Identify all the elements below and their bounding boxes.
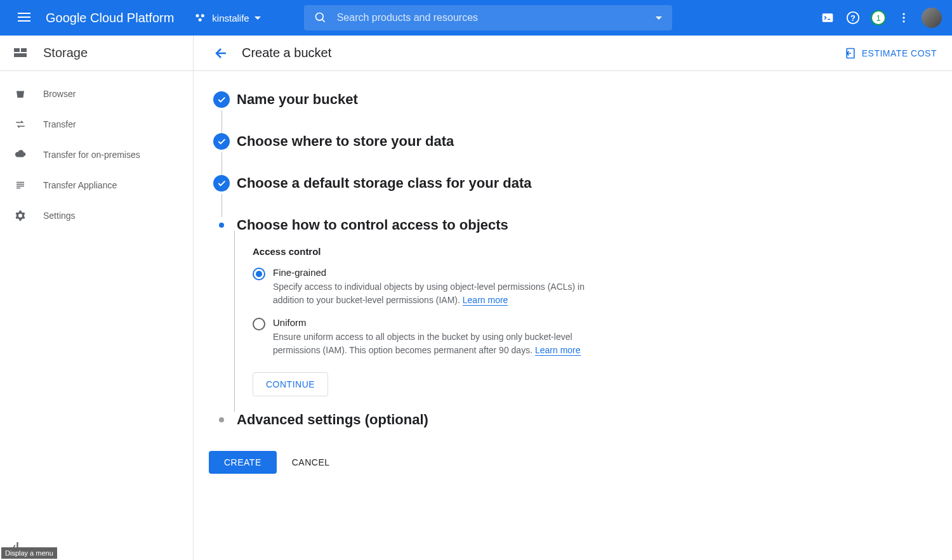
sidebar-item-settings[interactable]: Settings <box>0 200 193 231</box>
notifications-button[interactable]: 1 <box>871 10 886 25</box>
search-dropdown-icon[interactable] <box>656 16 662 20</box>
radio-uniform[interactable]: Uniform Ensure uniform access to all obj… <box>253 317 937 357</box>
sidebar-item-label: Transfer for on-premises <box>43 150 140 160</box>
section-label: Access control <box>253 246 937 257</box>
estimate-cost-button[interactable]: ESTIMATE COST <box>844 47 937 60</box>
search-input[interactable] <box>337 12 648 23</box>
back-button[interactable] <box>209 41 234 66</box>
sidebar-item-label: Transfer <box>43 119 76 129</box>
radio-label: Fine-grained <box>273 267 603 278</box>
cloud-shell-button[interactable] <box>820 10 835 25</box>
bucket-icon <box>13 86 28 101</box>
svg-point-1 <box>201 14 204 17</box>
top-header: Google Cloud Platform kinstalife ? 1 <box>0 0 952 36</box>
radio-fine-grained[interactable]: Fine-grained Specify access to individua… <box>253 267 937 307</box>
continue-button[interactable]: CONTINUE <box>253 372 328 396</box>
more-menu-button[interactable] <box>896 10 911 25</box>
step-inactive-dot-icon <box>219 417 224 422</box>
estimate-cost-label: ESTIMATE COST <box>862 48 937 58</box>
page-title: Create a bucket <box>242 46 331 60</box>
project-selector[interactable]: kinstalife <box>189 11 265 24</box>
sidebar-item-transfer[interactable]: Transfer <box>0 109 193 140</box>
step-location[interactable]: Choose where to store your data <box>209 133 937 175</box>
chevron-down-icon <box>255 16 261 20</box>
sidebar-item-label: Settings <box>43 211 76 221</box>
project-icon <box>194 11 207 24</box>
storage-icon <box>13 46 28 61</box>
svg-point-9 <box>902 16 904 18</box>
step-title: Advanced settings (optional) <box>237 412 428 428</box>
project-name: kinstalife <box>212 13 249 23</box>
check-circle-icon <box>213 133 230 150</box>
check-circle-icon <box>213 175 230 192</box>
check-circle-icon <box>213 91 230 108</box>
learn-more-link[interactable]: Learn more <box>463 295 508 306</box>
step-title: Choose a default storage class for your … <box>237 175 532 192</box>
radio-label: Uniform <box>273 317 603 328</box>
content: Name your bucket Choose where to store y… <box>194 71 952 494</box>
tooltip: Display a menu <box>1 547 57 559</box>
step-active-dot-icon <box>219 223 224 228</box>
sidebar-item-transfer-onprem[interactable]: Transfer for on-premises <box>0 140 193 170</box>
radio-description: Specify access to individual objects by … <box>273 280 603 307</box>
sidebar-item-transfer-appliance[interactable]: Transfer Appliance <box>0 170 193 200</box>
cloud-upload-icon <box>13 147 28 162</box>
svg-point-2 <box>199 18 202 22</box>
radio-description: Ensure uniform access to all objects in … <box>273 330 603 357</box>
step-title: Choose where to store your data <box>237 133 454 150</box>
svg-rect-12 <box>21 48 27 52</box>
create-button[interactable]: CREATE <box>209 451 277 474</box>
main-header: Create a bucket ESTIMATE COST <box>194 36 952 71</box>
svg-text:?: ? <box>850 13 856 23</box>
transfer-icon <box>13 117 28 132</box>
step-name-bucket[interactable]: Name your bucket <box>209 91 937 133</box>
svg-rect-13 <box>14 53 27 57</box>
action-row: CREATE CANCEL <box>209 451 937 474</box>
dots-vertical-icon <box>897 11 910 24</box>
learn-more-link[interactable]: Learn more <box>535 345 581 356</box>
platform-logo[interactable]: Google Cloud Platform <box>46 11 174 25</box>
sidebar-item-browser[interactable]: Browser <box>0 79 193 109</box>
step-title: Name your bucket <box>237 91 358 108</box>
step-access-control[interactable]: Choose how to control access to objects <box>209 217 937 233</box>
search-box[interactable] <box>304 5 672 30</box>
step-access-control-body: Access control Fine-grained Specify acce… <box>234 231 937 412</box>
terminal-icon <box>821 11 834 24</box>
cancel-button[interactable]: CANCEL <box>292 457 330 467</box>
gear-icon <box>13 208 28 223</box>
step-storage-class[interactable]: Choose a default storage class for your … <box>209 175 937 217</box>
svg-point-8 <box>902 13 904 15</box>
search-icon <box>314 11 327 24</box>
steps: Name your bucket Choose where to store y… <box>209 91 937 428</box>
radio-icon <box>253 268 265 280</box>
svg-point-0 <box>196 14 199 17</box>
help-button[interactable]: ? <box>845 10 861 25</box>
hamburger-icon <box>18 10 33 25</box>
sidebar-header: Storage <box>0 36 193 71</box>
estimate-cost-icon <box>844 47 857 60</box>
help-icon: ? <box>846 11 860 25</box>
svg-line-4 <box>322 20 324 22</box>
user-avatar[interactable] <box>922 8 942 28</box>
sidebar-item-label: Browser <box>43 89 76 99</box>
sidebar: Storage Browser Transfer Transfer for on… <box>0 36 194 560</box>
hamburger-menu-button[interactable] <box>10 3 41 33</box>
radio-icon <box>253 318 265 330</box>
sidebar-item-label: Transfer Appliance <box>43 180 117 190</box>
svg-point-3 <box>315 13 323 21</box>
sidebar-title: Storage <box>43 46 88 60</box>
svg-rect-11 <box>14 48 20 52</box>
step-title: Choose how to control access to objects <box>237 217 508 233</box>
svg-rect-5 <box>823 13 833 22</box>
svg-point-10 <box>902 20 904 22</box>
sidebar-footer: ‹I Display a menu <box>0 533 193 560</box>
appliance-icon <box>13 178 28 193</box>
arrow-left-icon <box>214 46 229 61</box>
main: Create a bucket ESTIMATE COST Name your … <box>194 36 952 560</box>
notification-count: 1 <box>876 13 880 23</box>
step-advanced-settings[interactable]: Advanced settings (optional) <box>209 412 937 428</box>
header-actions: ? 1 <box>820 8 942 28</box>
